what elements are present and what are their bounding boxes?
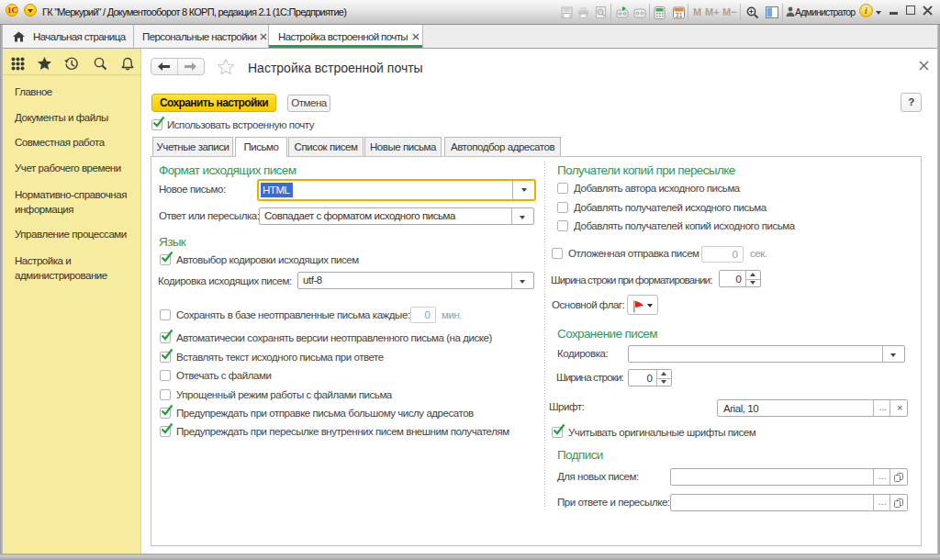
svg-text:31: 31 [676, 12, 683, 18]
